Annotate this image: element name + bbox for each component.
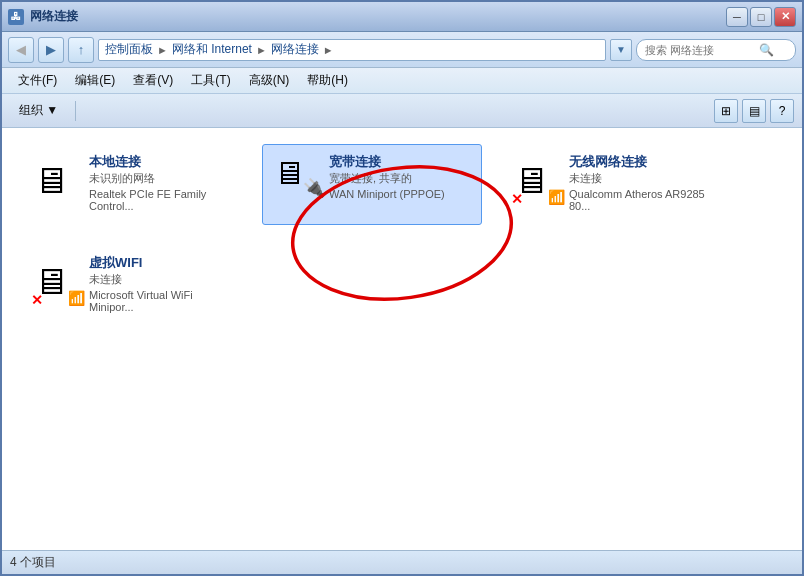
network-icon-virtualwifi: 🖥 ✕ 📶 bbox=[33, 264, 81, 304]
menu-edit[interactable]: 编辑(E) bbox=[67, 70, 123, 91]
view-icon-grid[interactable]: ⊞ bbox=[714, 99, 738, 123]
network-name-broadband: 宽带连接 bbox=[329, 153, 445, 171]
network-item-header-broadband: 🖥 🔌 宽带连接 宽带连接, 共享的 WAN Miniport (PPPOE) bbox=[273, 153, 445, 200]
status-bar: 4 个项目 bbox=[2, 550, 802, 574]
title-bar: 🖧 网络连接 ─ □ ✕ bbox=[2, 2, 802, 32]
menu-tools[interactable]: 工具(T) bbox=[183, 70, 238, 91]
network-name-wireless: 无线网络连接 bbox=[569, 153, 711, 171]
breadcrumb-control-panel[interactable]: 控制面板 bbox=[105, 41, 153, 58]
organize-button[interactable]: 组织 ▼ bbox=[10, 98, 67, 123]
network-grid-container: 🖥 本地连接 未识别的网络 Realtek PCIe FE Family Con… bbox=[2, 128, 802, 550]
view-icon-list[interactable]: ▤ bbox=[742, 99, 766, 123]
network-grid: 🖥 本地连接 未识别的网络 Realtek PCIe FE Family Con… bbox=[22, 144, 782, 326]
network-icon-local: 🖥 bbox=[33, 163, 81, 203]
organize-label: 组织 ▼ bbox=[19, 102, 58, 119]
address-dropdown[interactable]: ▼ bbox=[610, 39, 632, 61]
network-icon-broadband: 🖥 🔌 bbox=[273, 157, 321, 197]
network-item-header-virtualwifi: 🖥 ✕ 📶 虚拟WIFI 未连接 Microsoft Virtual WiFi … bbox=[33, 254, 231, 313]
title-bar-left: 🖧 网络连接 bbox=[8, 8, 78, 25]
network-adapter-local: Realtek PCIe FE Family Control... bbox=[89, 188, 231, 212]
breadcrumb-network-connections[interactable]: 网络连接 bbox=[271, 41, 319, 58]
title-bar-controls: ─ □ ✕ bbox=[726, 7, 796, 27]
address-path[interactable]: 控制面板 ► 网络和 Internet ► 网络连接 ► bbox=[98, 39, 606, 61]
network-status-wireless: 未连接 bbox=[569, 171, 711, 186]
breadcrumb-network-internet[interactable]: 网络和 Internet bbox=[172, 41, 252, 58]
toolbar-separator bbox=[75, 101, 76, 121]
network-info-wireless: 无线网络连接 未连接 Qualcomm Atheros AR9285 80... bbox=[569, 153, 711, 212]
search-icon[interactable]: 🔍 bbox=[759, 43, 774, 57]
help-icon-button[interactable]: ? bbox=[770, 99, 794, 123]
list-item[interactable]: 🖥 本地连接 未识别的网络 Realtek PCIe FE Family Con… bbox=[22, 144, 242, 225]
menu-bar: 文件(F) 编辑(E) 查看(V) 工具(T) 高级(N) 帮助(H) bbox=[2, 68, 802, 94]
network-item-header-wireless: 🖥 ✕ 📶 无线网络连接 未连接 Qualcomm Atheros AR9285… bbox=[513, 153, 711, 212]
toolbar: 组织 ▼ ⊞ ▤ ? bbox=[2, 94, 802, 128]
minimize-button[interactable]: ─ bbox=[726, 7, 748, 27]
list-item[interactable]: 🖥 🔌 宽带连接 宽带连接, 共享的 WAN Miniport (PPPOE) bbox=[262, 144, 482, 225]
window-icon: 🖧 bbox=[8, 9, 24, 25]
up-button[interactable]: ↑ bbox=[68, 37, 94, 63]
toolbar-right: ⊞ ▤ ? bbox=[714, 99, 794, 123]
network-status-broadband: 宽带连接, 共享的 bbox=[329, 171, 445, 186]
network-name-virtualwifi: 虚拟WIFI bbox=[89, 254, 231, 272]
list-item[interactable]: 🖥 ✕ 📶 无线网络连接 未连接 Qualcomm Atheros AR9285… bbox=[502, 144, 722, 225]
menu-advanced[interactable]: 高级(N) bbox=[241, 70, 298, 91]
back-button[interactable]: ◀ bbox=[8, 37, 34, 63]
network-item-header: 🖥 本地连接 未识别的网络 Realtek PCIe FE Family Con… bbox=[33, 153, 231, 212]
search-input[interactable] bbox=[645, 44, 755, 56]
network-status-local: 未识别的网络 bbox=[89, 171, 231, 186]
network-info-virtualwifi: 虚拟WIFI 未连接 Microsoft Virtual WiFi Minipo… bbox=[89, 254, 231, 313]
menu-file[interactable]: 文件(F) bbox=[10, 70, 65, 91]
network-adapter-broadband: WAN Miniport (PPPOE) bbox=[329, 188, 445, 200]
content-area: 🖥 本地连接 未识别的网络 Realtek PCIe FE Family Con… bbox=[2, 128, 802, 550]
list-item[interactable]: 🖥 ✕ 📶 虚拟WIFI 未连接 Microsoft Virtual WiFi … bbox=[22, 245, 242, 326]
network-info-local: 本地连接 未识别的网络 Realtek PCIe FE Family Contr… bbox=[89, 153, 231, 212]
menu-help[interactable]: 帮助(H) bbox=[299, 70, 356, 91]
search-box[interactable]: 🔍 bbox=[636, 39, 796, 61]
network-adapter-wireless: Qualcomm Atheros AR9285 80... bbox=[569, 188, 711, 212]
menu-view[interactable]: 查看(V) bbox=[125, 70, 181, 91]
network-name-local: 本地连接 bbox=[89, 153, 231, 171]
item-count: 4 个项目 bbox=[10, 554, 56, 571]
maximize-button[interactable]: □ bbox=[750, 7, 772, 27]
forward-button[interactable]: ▶ bbox=[38, 37, 64, 63]
network-status-virtualwifi: 未连接 bbox=[89, 272, 231, 287]
close-button[interactable]: ✕ bbox=[774, 7, 796, 27]
network-icon-wireless: 🖥 ✕ 📶 bbox=[513, 163, 561, 203]
network-info-broadband: 宽带连接 宽带连接, 共享的 WAN Miniport (PPPOE) bbox=[329, 153, 445, 200]
window-title: 网络连接 bbox=[30, 8, 78, 25]
address-bar: ◀ ▶ ↑ 控制面板 ► 网络和 Internet ► 网络连接 ► ▼ 🔍 bbox=[2, 32, 802, 68]
network-adapter-virtualwifi: Microsoft Virtual WiFi Minipor... bbox=[89, 289, 231, 313]
